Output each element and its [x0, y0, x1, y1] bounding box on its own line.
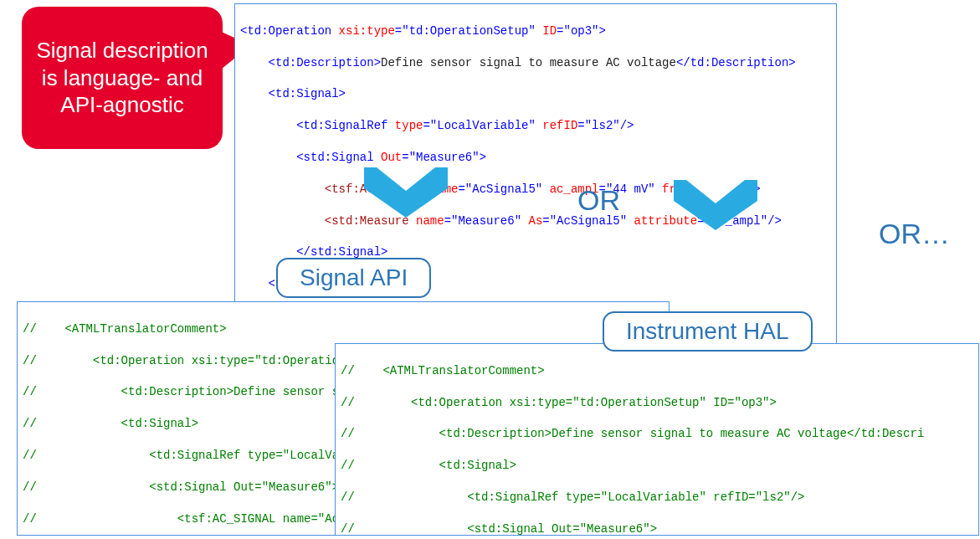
xml-tag: <td:SignalRef — [240, 119, 387, 132]
callout-text: Signal description is language- and API-… — [35, 37, 209, 119]
xml-attr: xsi:type — [331, 24, 395, 38]
xml-tag: <td:Signal> — [240, 87, 346, 100]
chevron-down-icon — [670, 180, 762, 239]
signal-api-label: Signal API — [276, 258, 431, 298]
comment: // <td:SignalRef type="LocalVariable" re… — [341, 490, 973, 506]
xml-attr: type — [387, 119, 423, 132]
comment: // <ATMLTranslatorComment> — [341, 363, 973, 379]
xml-val: ="AcSignal5" — [458, 182, 542, 196]
or-ellipsis-label: OR… — [879, 218, 950, 250]
xml-tag: </td:Description> — [676, 56, 796, 69]
xml-val: ="LocalVariable" — [423, 119, 535, 132]
or-label: OR — [577, 184, 620, 217]
comment: // <td:Signal> — [341, 458, 973, 474]
xml-tag: <std:Signal — [240, 151, 374, 164]
xml-val: ="op3"> — [557, 24, 606, 38]
comment: // <td:Description>Define sensor signal … — [341, 426, 973, 442]
xml-text: Define sensor signal to measure AC volta… — [381, 56, 676, 69]
chevron-down-icon — [360, 167, 452, 226]
instrument-hal-code-box: // <ATMLTranslatorComment> // <td:Operat… — [335, 343, 979, 536]
xml-val: ="Measure6"> — [402, 151, 486, 164]
xml-attr: refID — [536, 119, 577, 132]
xml-tag: <td:Description> — [240, 56, 381, 69]
xml-tag: <td:Operation — [240, 24, 331, 38]
xml-val: ="ls2"/> — [577, 119, 634, 132]
xml-val: ="Measure6" — [444, 214, 521, 228]
comment: // <std:Signal Out="Measure6"> — [341, 521, 973, 537]
xml-val: ="td:OperationSetup" — [395, 24, 536, 38]
xml-tag: </std:Signal> — [240, 245, 387, 259]
comment: // <ATMLTranslatorComment> — [23, 321, 664, 337]
xml-attr: ID — [536, 24, 557, 38]
xml-attr: As — [521, 214, 542, 228]
comment: // <td:Operation xsi:type="td:OperationS… — [341, 395, 973, 411]
xml-attr: Out — [374, 151, 403, 164]
instrument-hal-label: Instrument HAL — [603, 311, 813, 352]
callout-bubble: Signal description is language- and API-… — [22, 7, 223, 149]
